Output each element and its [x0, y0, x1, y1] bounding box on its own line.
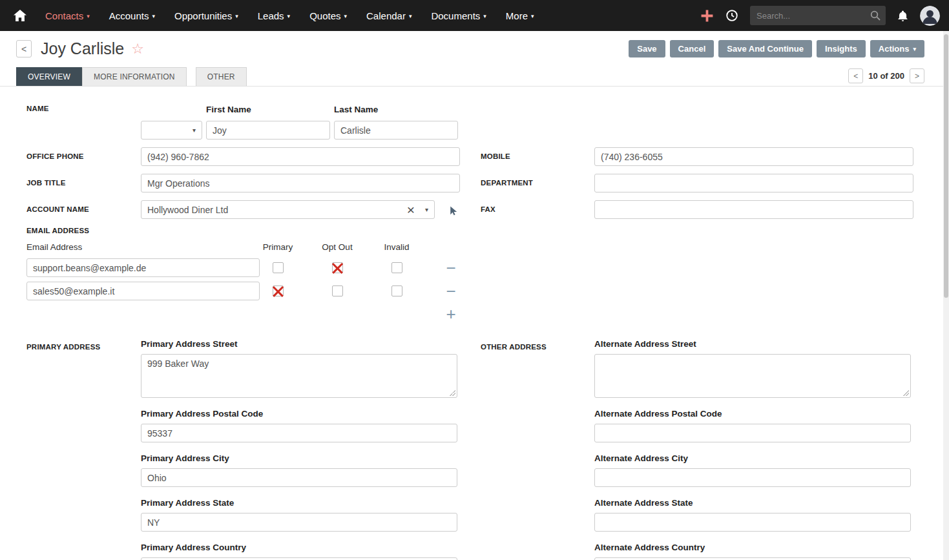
nav-item-leads[interactable]: Leads▾ — [258, 10, 290, 21]
department-input[interactable] — [594, 174, 913, 192]
invalid-checkbox[interactable] — [391, 285, 402, 296]
alternate-state-input[interactable] — [594, 513, 911, 532]
nav-item-quotes[interactable]: Quotes▾ — [309, 10, 347, 21]
primary-city-label: Primary Address City — [141, 453, 460, 463]
tab-more-information[interactable]: MORE INFORMATION — [82, 67, 187, 86]
email-section-label: EMAIL ADDRESS — [26, 227, 949, 234]
alternate-street-label: Alternate Address Street — [594, 339, 913, 349]
fax-input[interactable] — [594, 200, 913, 219]
actions-button[interactable]: Actions▾ — [870, 40, 924, 57]
primary-checkbox[interactable] — [273, 262, 284, 273]
email-row: − — [26, 258, 949, 277]
invalid-column-header: Invalid — [379, 242, 415, 252]
primary-state-input[interactable] — [141, 513, 457, 532]
main-menu: Contacts▾ Accounts▾ Opportunities▾ Leads… — [45, 10, 534, 21]
remove-email-minus-icon[interactable]: − — [446, 285, 455, 298]
email-column-header: Email Address — [26, 242, 260, 252]
nav-item-calendar[interactable]: Calendar▾ — [366, 10, 412, 21]
email-address-input[interactable] — [26, 282, 260, 300]
primary-address-section-label: PRIMARY ADDRESS — [26, 338, 141, 560]
navbar-right-cluster — [700, 6, 940, 26]
primary-street-textarea[interactable]: 999 Baker Way — [141, 354, 457, 398]
chevron-down-icon: ▾ — [531, 14, 534, 19]
alternate-state-label: Alternate Address State — [594, 498, 913, 508]
vertical-scrollbar[interactable] — [943, 31, 949, 560]
alternate-country-input[interactable] — [594, 557, 911, 560]
tab-bar: OVERVIEW MORE INFORMATION OTHER < 10 of … — [0, 61, 949, 87]
clear-account-icon[interactable]: × — [407, 202, 415, 218]
cancel-button[interactable]: Cancel — [670, 40, 714, 57]
add-email-plus-icon[interactable]: + — [438, 307, 464, 321]
primary-column-header: Primary — [260, 242, 296, 252]
job-title-input[interactable] — [141, 174, 460, 192]
search-icon[interactable] — [870, 10, 881, 21]
chevron-down-icon: ▾ — [483, 14, 486, 19]
primary-address-fields: Primary Address Street 999 Baker Way Pri… — [141, 338, 460, 560]
record-counter: 10 of 200 — [868, 71, 904, 81]
nav-item-documents[interactable]: Documents▾ — [431, 10, 486, 21]
salutation-select[interactable]: ▾ — [141, 121, 202, 140]
chevron-down-icon: ▾ — [193, 127, 196, 134]
email-address-input[interactable] — [26, 258, 260, 277]
primary-state-label: Primary Address State — [141, 498, 460, 508]
alternate-postal-input[interactable] — [594, 424, 911, 442]
office-phone-label: OFFICE PHONE — [26, 147, 141, 166]
email-section: EMAIL ADDRESS Email Address Primary Opt … — [26, 227, 949, 321]
alternate-postal-label: Alternate Address Postal Code — [594, 409, 913, 419]
name-row: NAME First Name Last Name ▾ — [26, 103, 949, 140]
primary-postal-input[interactable] — [141, 424, 457, 442]
notifications-bell-icon[interactable] — [897, 9, 909, 23]
tab-other[interactable]: OTHER — [196, 67, 247, 86]
page-title: Joy Carlisle — [41, 39, 124, 58]
invalid-checkbox[interactable] — [391, 262, 402, 273]
last-name-input[interactable] — [334, 121, 458, 140]
save-button[interactable]: Save — [629, 40, 665, 57]
alternate-city-input[interactable] — [594, 468, 911, 487]
cursor-pointer-icon[interactable] — [448, 207, 459, 218]
favorite-star-icon[interactable]: ☆ — [131, 42, 144, 56]
fax-label: FAX — [481, 200, 594, 219]
account-name-label: ACCOUNT NAME — [26, 200, 141, 219]
primary-street-label: Primary Address Street — [141, 339, 460, 349]
mobile-input[interactable] — [594, 147, 913, 166]
scrollbar-thumb[interactable] — [944, 34, 948, 298]
user-avatar[interactable] — [920, 6, 940, 26]
recently-viewed-history-icon[interactable] — [725, 8, 739, 23]
account-name-input[interactable] — [141, 200, 435, 219]
nav-item-more[interactable]: More▾ — [506, 10, 534, 21]
chevron-down-icon[interactable]: ▾ — [425, 206, 428, 213]
remove-email-minus-icon[interactable]: − — [446, 262, 455, 275]
first-name-input[interactable] — [206, 121, 330, 140]
record-header: < Joy Carlisle ☆ Save Cancel Save And Co… — [0, 31, 949, 61]
home-icon[interactable] — [13, 9, 27, 22]
pager-next-button[interactable]: > — [910, 68, 924, 83]
primary-city-input[interactable] — [141, 468, 457, 487]
phone-row: OFFICE PHONE MOBILE — [26, 147, 949, 166]
insights-button[interactable]: Insights — [817, 40, 866, 57]
search-input[interactable] — [750, 6, 886, 25]
tab-overview[interactable]: OVERVIEW — [16, 67, 82, 86]
nav-item-accounts[interactable]: Accounts▾ — [109, 10, 155, 21]
primary-checkbox[interactable] — [273, 285, 284, 296]
office-phone-input[interactable] — [141, 147, 460, 166]
primary-postal-label: Primary Address Postal Code — [141, 409, 460, 419]
save-and-continue-button[interactable]: Save And Continue — [718, 40, 812, 57]
last-name-label: Last Name — [334, 105, 378, 114]
optout-checkbox[interactable] — [332, 285, 343, 296]
nav-item-opportunities[interactable]: Opportunities▾ — [174, 10, 238, 21]
nav-item-contacts[interactable]: Contacts▾ — [45, 10, 90, 21]
chevron-down-icon: ▾ — [235, 14, 238, 19]
primary-country-input[interactable] — [141, 557, 457, 560]
global-search — [750, 6, 886, 25]
name-section-label: NAME — [26, 103, 141, 140]
back-button[interactable]: < — [16, 40, 32, 57]
top-navbar: Contacts▾ Accounts▾ Opportunities▾ Leads… — [0, 0, 949, 31]
alternate-street-textarea[interactable] — [594, 354, 911, 398]
quick-create-plus-icon[interactable] — [700, 9, 714, 23]
job-title-label: JOB TITLE — [26, 174, 141, 192]
department-label: DEPARTMENT — [481, 174, 594, 192]
account-row: ACCOUNT NAME × ▾ FAX — [26, 200, 949, 219]
pager-prev-button[interactable]: < — [848, 68, 863, 83]
optout-checkbox[interactable] — [332, 262, 343, 273]
email-table-header: Email Address Primary Opt Out Invalid — [26, 242, 949, 252]
